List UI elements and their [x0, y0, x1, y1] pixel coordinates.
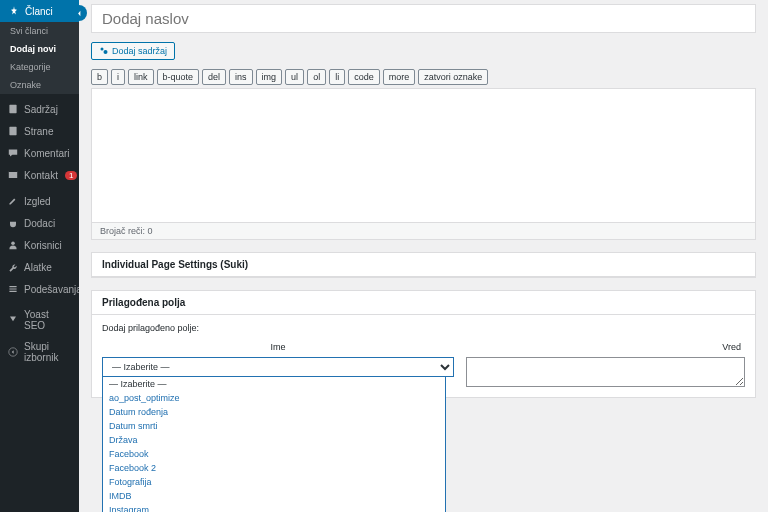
name-column-header: Ime — [102, 339, 454, 357]
svg-point-5 — [101, 48, 104, 51]
sidebar-item-korisnici[interactable]: Korisnici — [0, 234, 79, 256]
main-content: Dodaj sadržaj bilinkb-quotedelinsimgulol… — [79, 0, 768, 512]
editor-btn-zatvori oznake[interactable]: zatvori oznake — [418, 69, 488, 85]
editor-btn-b[interactable]: b — [91, 69, 108, 85]
dropdown-option[interactable]: Datum smrti — [103, 419, 445, 433]
sidebar-subitem[interactable]: Kategorije — [0, 58, 79, 76]
dropdown-option[interactable]: — Izaberite — — [103, 377, 445, 391]
dropdown-option[interactable]: Datum rođenja — [103, 405, 445, 419]
sidebar-item-strane[interactable]: Strane — [0, 120, 79, 142]
sidebar-item-skupi-izbornik[interactable]: Skupi izbornik — [0, 336, 79, 368]
page-icon — [7, 125, 19, 137]
mail-icon — [7, 169, 19, 181]
field-name-select[interactable]: — Izaberite — — [102, 357, 454, 377]
sliders-icon — [7, 283, 19, 295]
sidebar-item-komentari[interactable]: Komentari — [0, 142, 79, 164]
sidebar-subitem[interactable]: Oznake — [0, 76, 79, 94]
sidebar-item-sadržaj[interactable]: Sadržaj — [0, 98, 79, 120]
editor-toolbar: bilinkb-quotedelinsimgulollicodemorezatv… — [91, 69, 756, 85]
editor-btn-link[interactable]: link — [128, 69, 154, 85]
add-content-button[interactable]: Dodaj sadržaj — [91, 42, 175, 60]
doc-icon — [7, 103, 19, 115]
svg-rect-0 — [9, 105, 16, 113]
post-title-input[interactable] — [91, 4, 756, 33]
editor-btn-more[interactable]: more — [383, 69, 416, 85]
editor-btn-i[interactable]: i — [111, 69, 125, 85]
collapse-icon — [7, 346, 19, 358]
editor-btn-ins[interactable]: ins — [229, 69, 253, 85]
sidebar-item-yoast-seo[interactable]: Yoast SEO — [0, 304, 79, 336]
sidebar-item-alatke[interactable]: Alatke — [0, 256, 79, 278]
svg-rect-1 — [9, 127, 16, 135]
dropdown-option[interactable]: Facebook — [103, 447, 445, 461]
editor-btn-ol[interactable]: ol — [307, 69, 326, 85]
editor-btn-del[interactable]: del — [202, 69, 226, 85]
field-name-dropdown: — Izaberite —ao_post_optimizeDatum rođen… — [102, 377, 446, 512]
badge: 1 — [65, 171, 77, 180]
add-content-label: Dodaj sadržaj — [112, 46, 167, 56]
pin-icon — [8, 5, 20, 17]
chevron-left-icon[interactable] — [71, 5, 87, 21]
editor-btn-img[interactable]: img — [256, 69, 283, 85]
sidebar-top-label: Članci — [25, 6, 53, 17]
dropdown-option[interactable]: ao_post_optimize — [103, 391, 445, 405]
field-value-input[interactable] — [466, 357, 745, 387]
wrench-icon — [7, 261, 19, 273]
admin-sidebar: Članci Svi članciDodaj noviKategorijeOzn… — [0, 0, 79, 512]
svg-point-6 — [104, 50, 108, 54]
yoast-icon — [7, 314, 19, 326]
editor-btn-li[interactable]: li — [329, 69, 345, 85]
comment-icon — [7, 147, 19, 159]
plug-icon — [7, 217, 19, 229]
media-icon — [99, 46, 109, 56]
brush-icon — [7, 195, 19, 207]
sidebar-subitem[interactable]: Dodaj novi — [0, 40, 79, 58]
editor-btn-code[interactable]: code — [348, 69, 380, 85]
dropdown-option[interactable]: IMDB — [103, 489, 445, 503]
sidebar-item-izgled[interactable]: Izgled — [0, 190, 79, 212]
svg-point-3 — [11, 241, 15, 245]
dropdown-option[interactable]: Facebook 2 — [103, 461, 445, 475]
dropdown-option[interactable]: Država — [103, 433, 445, 447]
content-editor[interactable] — [91, 88, 756, 223]
user-icon — [7, 239, 19, 251]
editor-btn-ul[interactable]: ul — [285, 69, 304, 85]
dropdown-option[interactable]: Instagram — [103, 503, 445, 512]
sidebar-item-kontakt[interactable]: Kontakt1 — [0, 164, 79, 186]
sidebar-item-podešavanja[interactable]: Podešavanja — [0, 278, 79, 300]
editor-btn-b-quote[interactable]: b-quote — [157, 69, 200, 85]
value-column-header: Vred — [466, 339, 745, 357]
custom-fields-heading: Prilagođena polja — [92, 291, 755, 315]
page-settings-box: Individual Page Settings (Suki) — [91, 252, 756, 278]
page-settings-heading: Individual Page Settings (Suki) — [92, 253, 755, 277]
sidebar-item-dodaci[interactable]: Dodaci — [0, 212, 79, 234]
add-field-label: Dodaj prilagođeno polje: — [102, 323, 745, 333]
sidebar-current-section[interactable]: Članci — [0, 0, 79, 22]
sidebar-subitem[interactable]: Svi članci — [0, 22, 79, 40]
word-count: Brojač reči: 0 — [91, 223, 756, 240]
custom-fields-box: Prilagođena polja Dodaj prilagođeno polj… — [91, 290, 756, 398]
dropdown-option[interactable]: Fotografija — [103, 475, 445, 489]
sidebar-submenu: Svi članciDodaj noviKategorijeOznake — [0, 22, 79, 94]
